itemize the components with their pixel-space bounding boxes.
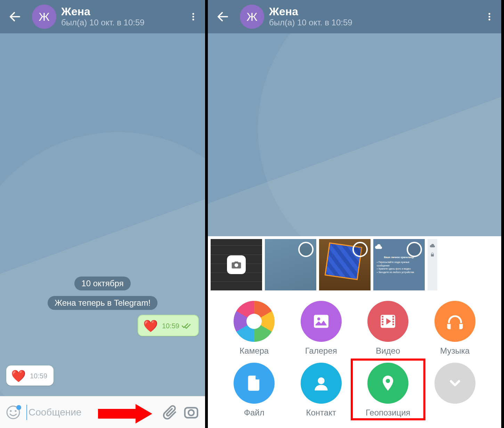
more-button[interactable] (183, 6, 204, 27)
arrow-left-icon (216, 10, 230, 24)
gallery-icon (301, 301, 342, 342)
camera-aperture-icon (234, 301, 275, 342)
arrow-left-icon (8, 10, 22, 24)
back-button[interactable] (3, 5, 27, 29)
svg-point-8 (188, 410, 194, 415)
svg-point-2 (192, 19, 194, 20)
service-message: Жена теперь в Telegram! (0, 296, 205, 310)
message-emoji: ❤️ (143, 319, 158, 333)
svg-point-14 (317, 318, 320, 320)
attach-label: Контакт (306, 408, 336, 418)
attach-thumb-image[interactable]: Ваше личное хранилище • Пересылайте сюда… (373, 239, 425, 290)
svg-rect-21 (392, 319, 394, 320)
chevron-down-icon (434, 363, 475, 404)
file-icon (234, 363, 275, 404)
svg-point-6 (16, 405, 21, 410)
attach-thumbnails: Ваше личное хранилище • Пересылайте сюда… (208, 239, 501, 293)
more-button[interactable] (479, 6, 500, 27)
back-button[interactable] (211, 5, 235, 29)
attach-label: Файл (244, 408, 265, 418)
background-decoration (258, 33, 501, 236)
attach-thumb-image[interactable] (319, 239, 371, 290)
chat-title: Жена (61, 6, 183, 18)
svg-rect-16 (382, 316, 384, 318)
paperclip-icon (163, 405, 178, 420)
message-input[interactable] (26, 405, 160, 420)
avatar[interactable]: Ж (240, 5, 264, 29)
chat-area[interactable]: 10 октября Жена теперь в Telegram! ❤️ 10… (0, 33, 205, 396)
thumb-select-icon (407, 242, 422, 257)
header-title-block[interactable]: Жена был(а) 10 окт. в 10:59 (269, 6, 479, 28)
message-time: 10:59 (162, 322, 179, 330)
last-seen: был(а) 10 окт. в 10:59 (269, 18, 479, 28)
camera-icon (183, 404, 199, 420)
svg-rect-17 (382, 319, 384, 320)
chat-area[interactable] (208, 33, 501, 236)
svg-rect-13 (314, 315, 328, 328)
more-vertical-icon (485, 12, 494, 22)
contact-icon (301, 363, 342, 404)
attach-label: Камера (239, 346, 269, 356)
attach-item-location[interactable]: Геопозиция (351, 359, 425, 420)
read-check-icon (181, 322, 192, 329)
emoji-icon (6, 404, 22, 420)
svg-rect-23 (392, 324, 394, 326)
svg-point-4 (10, 410, 11, 412)
outgoing-message[interactable]: ❤️ 10:59 (138, 315, 199, 336)
attach-label: Музыка (440, 346, 470, 356)
attach-item-music[interactable]: Музыка (423, 301, 488, 356)
svg-point-0 (192, 13, 194, 15)
chat-header: Ж Жена был(а) 10 окт. в 10:59 (0, 0, 205, 33)
emoji-button[interactable] (3, 402, 24, 423)
message-time: 10:59 (30, 372, 47, 380)
attach-thumb-image[interactable] (265, 239, 316, 290)
attach-item-video[interactable]: Видео (356, 301, 421, 356)
attach-button[interactable] (160, 402, 181, 423)
svg-rect-22 (392, 321, 394, 323)
join-label: Жена теперь в Telegram! (48, 296, 157, 310)
location-pin-icon (367, 363, 408, 404)
attach-panel: Ваше личное хранилище • Пересылайте сюда… (208, 236, 501, 428)
attach-label: Геопозиция (366, 408, 410, 418)
svg-rect-20 (392, 316, 394, 318)
thumb-select-icon (352, 242, 368, 257)
more-vertical-icon (188, 12, 198, 22)
avatar[interactable]: Ж (32, 5, 56, 29)
incoming-message[interactable]: ❤️ 10:59 (6, 365, 54, 386)
svg-point-25 (386, 379, 390, 383)
attach-thumb-image[interactable] (428, 239, 437, 290)
attach-item-file[interactable]: Файл (222, 363, 287, 418)
svg-rect-19 (382, 324, 384, 326)
header-title-block[interactable]: Жена был(а) 10 окт. в 10:59 (61, 6, 183, 28)
camera-shutter-icon (227, 255, 246, 274)
date-separator: 10 октября (0, 277, 205, 290)
svg-rect-18 (382, 321, 384, 323)
cloud-icon (373, 243, 384, 251)
chat-header: Ж Жена был(а) 10 окт. в 10:59 (208, 0, 501, 33)
svg-point-5 (15, 410, 16, 412)
date-label: 10 октября (74, 277, 130, 290)
attach-item-contact[interactable]: Контакт (289, 363, 354, 418)
lock-mini-icon (430, 252, 435, 257)
attach-item-gallery[interactable]: Галерея (289, 301, 354, 356)
chat-title: Жена (269, 6, 479, 18)
background-decoration (0, 132, 205, 396)
cloud-mini-icon (430, 243, 435, 249)
svg-point-11 (488, 19, 490, 20)
thumb-select-icon (298, 242, 314, 257)
svg-point-12 (235, 263, 238, 267)
svg-point-10 (488, 16, 490, 17)
attach-thumb-camera[interactable] (211, 239, 262, 290)
svg-point-9 (488, 13, 490, 15)
attach-item-camera[interactable]: Камера (222, 301, 287, 356)
attach-label: Галерея (305, 346, 337, 356)
camera-button[interactable] (181, 402, 202, 423)
attach-label: Видео (376, 346, 400, 356)
video-icon (367, 301, 408, 342)
input-bar (0, 396, 205, 428)
message-emoji: ❤️ (11, 369, 26, 383)
chat-screen-left: Ж Жена был(а) 10 окт. в 10:59 10 октября… (0, 0, 208, 428)
attach-collapse-button[interactable] (423, 363, 488, 418)
svg-point-24 (318, 377, 325, 384)
attach-grid: Камера Галерея Видео Музыка (208, 293, 501, 418)
